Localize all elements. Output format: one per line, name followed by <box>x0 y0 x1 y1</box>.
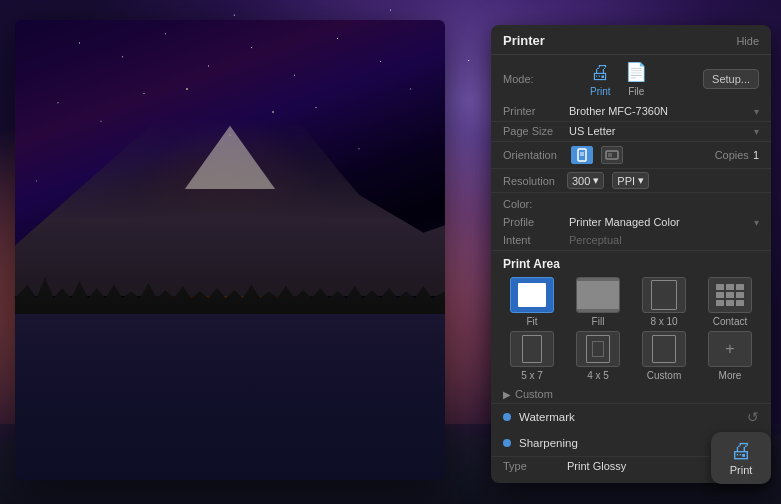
copies-group: Copies 1 <box>715 149 759 161</box>
printer-panel: Printer Hide Mode: 🖨 Print 📄 File Setup.… <box>491 25 771 483</box>
ppi-value: PPI <box>617 175 635 187</box>
custom-label: Custom <box>647 370 681 381</box>
type-label: Type <box>503 460 563 472</box>
fit-icon <box>518 283 546 307</box>
profile-row[interactable]: Profile Printer Managed Color ▾ <box>491 213 771 231</box>
page-size-label: Page Size <box>503 125 563 137</box>
color-section: Color: <box>491 193 771 213</box>
custom-expand-row[interactable]: ▶ Custom <box>491 385 771 404</box>
photo-frame <box>15 20 445 480</box>
print-button-icon: 🖨 <box>730 440 752 462</box>
mode-print[interactable]: 🖨 Print <box>586 60 614 97</box>
custom-thumb <box>642 331 686 367</box>
print-button-label: Print <box>730 464 753 476</box>
mode-file[interactable]: 📄 File <box>622 60 650 97</box>
print-option-contact[interactable]: Contact <box>699 277 761 327</box>
4x5-thumb <box>576 331 620 367</box>
intent-value: Perceptual <box>569 234 622 246</box>
sharpening-dot <box>503 439 511 447</box>
file-icon: 📄 <box>625 61 647 83</box>
intent-row: Intent Perceptual <box>491 231 771 251</box>
print-option-custom[interactable]: Custom <box>633 331 695 381</box>
mode-options: 🖨 Print 📄 File <box>586 60 650 97</box>
contact-thumb <box>708 277 752 313</box>
photo-content <box>15 20 445 480</box>
print-option-fill[interactable]: Fill <box>567 277 629 327</box>
5x7-icon <box>522 335 542 363</box>
resolution-chevron: ▾ <box>593 174 599 187</box>
print-mode-label: Print <box>590 86 611 97</box>
print-icon: 🖨 <box>590 61 610 84</box>
more-thumb: + <box>708 331 752 367</box>
print-option-fit[interactable]: Fit <box>501 277 563 327</box>
copies-value: 1 <box>753 149 759 161</box>
printer-chevron: ▾ <box>754 106 759 117</box>
5x7-label: 5 x 7 <box>521 370 543 381</box>
print-button-container: 🖨 Print <box>711 432 771 484</box>
8x10-thumb <box>642 277 686 313</box>
profile-value: Printer Managed Color <box>569 216 748 228</box>
printer-value: Brother MFC-7360N <box>569 105 748 117</box>
printer-row[interactable]: Printer Brother MFC-7360N ▾ <box>491 102 771 122</box>
profile-chevron: ▾ <box>754 217 759 228</box>
print-grid-row2: 5 x 7 4 x 5 Custom + More <box>491 331 771 385</box>
watermark-label: Watermark <box>519 411 739 423</box>
print-area-title: Print Area <box>503 257 560 271</box>
setup-button[interactable]: Setup... <box>703 69 759 89</box>
print-option-5x7[interactable]: 5 x 7 <box>501 331 563 381</box>
8x10-icon <box>651 280 677 310</box>
custom-expand-label: Custom <box>515 388 553 400</box>
orientation-label: Orientation <box>503 149 563 161</box>
landscape-button[interactable] <box>601 146 623 164</box>
print-option-4x5[interactable]: 4 x 5 <box>567 331 629 381</box>
8x10-label: 8 x 10 <box>650 316 677 327</box>
file-icon-box: 📄 <box>622 60 650 84</box>
resolution-row: Resolution 300 ▾ PPI ▾ <box>491 169 771 193</box>
4x5-label: 4 x 5 <box>587 370 609 381</box>
fill-label: Fill <box>592 316 605 327</box>
mode-row: Mode: 🖨 Print 📄 File Setup... <box>491 55 771 102</box>
ppi-select[interactable]: PPI ▾ <box>612 172 649 189</box>
fill-icon <box>577 278 619 312</box>
more-icon: + <box>725 341 734 357</box>
print-area-header: Print Area <box>491 251 771 275</box>
4x5-icon <box>586 335 610 363</box>
portrait-button[interactable] <box>571 146 593 164</box>
custom-chevron-icon: ▶ <box>503 389 511 400</box>
mode-label: Mode: <box>503 73 534 85</box>
panel-title: Printer <box>503 33 545 48</box>
contact-icon <box>716 284 744 306</box>
page-size-chevron: ▾ <box>754 126 759 137</box>
ppi-chevron: ▾ <box>638 174 644 187</box>
hide-button[interactable]: Hide <box>736 35 759 47</box>
page-size-row[interactable]: Page Size US Letter ▾ <box>491 122 771 142</box>
watermark-row[interactable]: Watermark ↺ <box>491 404 771 430</box>
print-option-more[interactable]: + More <box>699 331 761 381</box>
sharpening-label: Sharpening <box>519 437 739 449</box>
file-mode-label: File <box>628 86 644 97</box>
print-grid-row1: Fit Fill 8 x 10 <box>491 275 771 331</box>
intent-label: Intent <box>503 234 563 246</box>
svg-rect-3 <box>606 151 618 159</box>
5x7-thumb <box>510 331 554 367</box>
fit-label: Fit <box>526 316 537 327</box>
fill-thumb <box>576 277 620 313</box>
printer-label: Printer <box>503 105 563 117</box>
print-icon-box: 🖨 <box>586 60 614 84</box>
panel-header: Printer Hide <box>491 25 771 55</box>
page-size-value: US Letter <box>569 125 748 137</box>
fit-thumb <box>510 277 554 313</box>
copies-label: Copies <box>715 149 749 161</box>
watermark-dot <box>503 413 511 421</box>
watermark-reset-icon[interactable]: ↺ <box>747 409 759 425</box>
print-button[interactable]: 🖨 Print <box>711 432 771 484</box>
photo-water <box>15 314 445 480</box>
resolution-select[interactable]: 300 ▾ <box>567 172 604 189</box>
more-label: More <box>719 370 742 381</box>
print-option-8x10[interactable]: 8 x 10 <box>633 277 695 327</box>
custom-icon <box>652 335 676 363</box>
color-label: Color: <box>503 198 532 210</box>
orientation-row: Orientation Copies 1 <box>491 142 771 169</box>
resolution-label: Resolution <box>503 175 563 187</box>
contact-label: Contact <box>713 316 747 327</box>
